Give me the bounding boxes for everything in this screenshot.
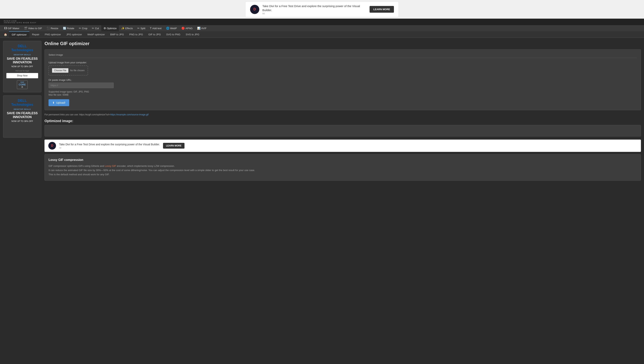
middle-ad-learn-more-button[interactable]: LEARN MORE — [163, 143, 185, 149]
compression-text-2: It can reduce the animated GIF file size… — [48, 168, 637, 172]
split-icon: ✂ — [137, 27, 140, 30]
sidebar-ad-1-legal: Roll over for legal — [6, 70, 38, 72]
subnav-gif-optimizer[interactable]: GIF optimizer — [9, 31, 29, 38]
no-file-chosen-text: No file chosen — [70, 69, 84, 72]
nav-webp[interactable]: 🌐 WebP — [164, 25, 179, 31]
video-to-gif-icon: 🎬 — [24, 27, 27, 30]
optimized-image-title: Optimized image: — [44, 119, 641, 123]
middle-ad-logo-text: D — [51, 144, 53, 147]
permalink-line: For permanent links you can use: https:/… — [44, 113, 641, 116]
sidebar-ad-2: DELL Technologies DESKTOP DEALS SAVE ON … — [3, 95, 42, 138]
subnav-bmp-to-jpg[interactable]: BMP to JPG — [108, 32, 126, 38]
crop-icon: ✂ — [79, 27, 81, 30]
select-image-panel: Select image Upload image from your comp… — [44, 49, 641, 110]
top-ad-text: Take Divi for a Free Test Drive and expl… — [262, 4, 366, 12]
paste-url-label: Or paste image URL: — [48, 79, 637, 81]
max-file-size-text: Max file size: 50MB — [48, 93, 637, 96]
nav-avif-label: AVIF — [201, 27, 206, 30]
main-nav: 🎞 GIF Maker 🎬 Video to GIF ⬛ Resize 🔄 Ro… — [0, 25, 644, 31]
nav-resize[interactable]: ⬛ Resize — [44, 25, 60, 31]
sidebar-ad-1-chip-brand: CORE — [18, 83, 26, 86]
sidebar-ad-1-deal: DESKTOP DEALS — [6, 54, 38, 56]
top-ad-text-block: Take Divi for a Free Test Drive and expl… — [262, 4, 366, 15]
nav-effects-label: Effects — [125, 27, 133, 30]
file-input-wrapper: Choose File No file chosen — [48, 66, 88, 75]
nav-rotate-label: Rotate — [67, 27, 74, 30]
nav-apng-label: APNG — [186, 27, 192, 30]
logo-sub: ANIMATED GIFS MADE EASY — [4, 22, 36, 24]
avif-icon: 📊 — [197, 27, 200, 30]
top-ad-learn-more-button[interactable]: LEARN MORE — [370, 6, 394, 13]
add-text-icon: T — [150, 27, 152, 30]
nav-crop[interactable]: ✂ Crop — [76, 25, 90, 31]
subnav-jpg-optimizer[interactable]: JPG optimizer — [64, 32, 85, 38]
nav-video-to-gif-label: Video to GIF — [28, 27, 42, 30]
permalink-example-link[interactable]: https://example.com/source-image.gif — [110, 113, 148, 116]
middle-ad-tag: Ad — [59, 147, 160, 149]
sidebar-ad-2-deal: DESKTOP DEALS — [6, 108, 38, 110]
nav-split[interactable]: ✂ Split — [135, 25, 148, 31]
main-layout: DELL Technologies DESKTOP DEALS SAVE ON … — [0, 38, 644, 184]
site-header: EZGIF.COM ANIMATED GIFS MADE EASY — [0, 19, 644, 25]
nav-add-text-label: Add text — [152, 27, 162, 30]
compression-section: Lossy GIF compression GIF compressor opt… — [44, 154, 641, 181]
subnav-gif-to-jpg[interactable]: GIF to JPG — [146, 32, 164, 38]
gif-maker-icon: 🎞 — [4, 27, 7, 30]
upload-button[interactable]: ⬆ Upload! — [48, 99, 69, 106]
subnav-png-to-jpg[interactable]: PNG to JPG — [126, 32, 146, 38]
site-logo[interactable]: EZGIF.COM ANIMATED GIFS MADE EASY — [4, 20, 36, 24]
compression-text-1: GIF compressor optimizes GIFs using Gifs… — [48, 164, 637, 168]
nav-resize-label: Resize — [51, 27, 58, 30]
nav-apng[interactable]: 🔴 APNG — [179, 25, 195, 31]
resize-icon: ⬛ — [46, 27, 50, 30]
compression-link[interactable]: Lossy GIF — [105, 164, 116, 167]
page-title: Online GIF optimizer — [44, 41, 641, 46]
nav-avif[interactable]: 📊 AVIF — [195, 25, 209, 31]
webp-icon: 🌐 — [166, 27, 169, 30]
choose-file-button[interactable]: Choose File — [52, 68, 68, 73]
subnav-png-optimizer[interactable]: PNG optimizer — [42, 32, 64, 38]
nav-video-to-gif[interactable]: 🎬 Video to GIF — [22, 25, 44, 31]
compression-text-3: This is the default method and should wo… — [48, 172, 637, 177]
sub-nav: 🏠 GIF optimizer Repair PNG optimizer JPG… — [0, 31, 644, 38]
nav-gif-maker[interactable]: 🎞 GIF Maker — [2, 25, 22, 31]
subnav-svg-to-jpg[interactable]: SVG to JPG — [183, 32, 202, 38]
middle-ad-logo: D — [48, 142, 56, 149]
top-ad-content: D Take Divi for a Free Test Drive and ex… — [245, 2, 399, 17]
sidebar-ad-1-chip: intel CORE i5 — [17, 80, 28, 89]
top-ad-tag: Ad — [262, 13, 366, 15]
nav-rotate[interactable]: 🔄 Rotate — [60, 25, 76, 31]
nav-optimize-label: Optimize — [107, 27, 116, 30]
compression-title: Lossy GIF compression — [48, 158, 637, 162]
sidebar-ad-2-headline: SAVE ON FEARLESS INNOVATION — [6, 111, 38, 119]
sidebar-ad-2-logo: DELL Technologies — [6, 99, 38, 107]
supported-types-text: Supported image types: GIF, JPG, PNG — [48, 90, 637, 93]
top-ad-banner: D Take Divi for a Free Test Drive and ex… — [0, 0, 644, 19]
upload-button-label: Upload! — [56, 101, 66, 104]
upload-icon: ⬆ — [52, 101, 55, 104]
sidebar-ad-1-logo: DELL Technologies — [6, 44, 38, 52]
sidebar-ad-1-shop-now-button[interactable]: Shop Now — [6, 73, 38, 78]
middle-ad-text: Take Divi for a Free Test Drive and expl… — [59, 143, 160, 146]
nav-cut-label: Cut — [95, 27, 99, 30]
rotate-icon: 🔄 — [63, 27, 66, 30]
nav-split-label: Split — [140, 27, 145, 30]
sidebar-ad-1-discount: NOW UP TO 38% OFF — [6, 65, 38, 68]
nav-add-text[interactable]: T Add text — [148, 25, 164, 31]
subnav-repair[interactable]: Repair — [29, 32, 42, 38]
effects-icon: ✨ — [121, 27, 124, 30]
sub-nav-home-icon[interactable]: 🏠 — [2, 32, 9, 37]
upload-from-computer-label: Upload image from your computer: — [48, 61, 637, 64]
nav-cut[interactable]: ✂ Cut — [90, 25, 101, 31]
url-input[interactable] — [48, 83, 114, 88]
subnav-webp-optimizer[interactable]: WebP optimizer — [84, 32, 108, 38]
nav-optimize[interactable]: ⚙ Optimize — [101, 25, 119, 31]
top-ad-logo: D — [250, 5, 259, 14]
subnav-svg-to-png[interactable]: SVG to PNG — [164, 32, 183, 38]
nav-effects[interactable]: ✨ Effects — [119, 25, 135, 31]
nav-webp-label: WebP — [170, 27, 177, 30]
optimize-icon: ⚙ — [104, 27, 106, 30]
sidebar-ad-1: DELL Technologies DESKTOP DEALS SAVE ON … — [3, 41, 42, 92]
sidebar-ad-2-discount: NOW UP TO 38% OFF — [6, 120, 38, 122]
optimized-preview-area — [44, 125, 641, 136]
